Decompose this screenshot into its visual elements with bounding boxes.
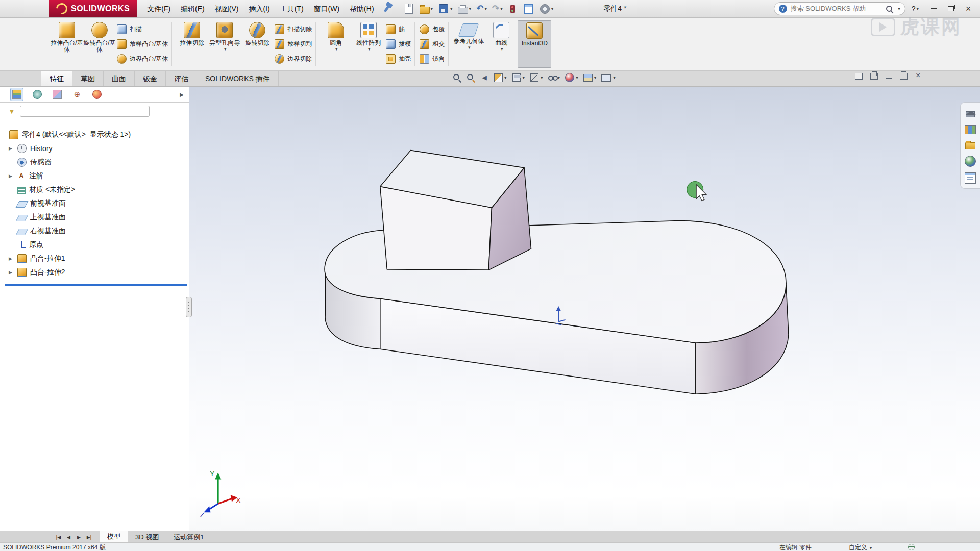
filter-funnel-icon[interactable] bbox=[8, 107, 15, 115]
undo-button[interactable]: ↶ bbox=[475, 3, 488, 15]
tab-sketch[interactable]: 草图 bbox=[72, 71, 104, 86]
custom-dropdown[interactable]: 自定义 bbox=[849, 543, 872, 551]
dropdown-caret[interactable] bbox=[594, 75, 597, 80]
revolve-boss-button[interactable]: 旋转凸台/基体 bbox=[83, 20, 116, 54]
boundary-cut-button[interactable]: 边界切除 bbox=[275, 53, 312, 65]
tab-motion-study[interactable]: 运动算例1 bbox=[166, 532, 211, 543]
tree-filter-input[interactable] bbox=[20, 106, 150, 117]
tree-item-history[interactable]: History bbox=[0, 141, 189, 155]
intersect-button[interactable]: 相交 bbox=[420, 38, 445, 50]
dropdown-caret[interactable] bbox=[335, 46, 338, 52]
menu-insert[interactable]: 插入(I) bbox=[243, 0, 275, 17]
tree-item-boss-extrude1[interactable]: 凸台-拉伸1 bbox=[0, 252, 189, 265]
appearances-icon[interactable] bbox=[965, 156, 976, 167]
extrude-boss-button[interactable]: 拉伸凸台/基体 bbox=[51, 20, 83, 54]
save-button[interactable] bbox=[437, 2, 454, 15]
last-tab-icon[interactable] bbox=[85, 535, 93, 540]
dropdown-caret[interactable] bbox=[898, 6, 900, 11]
options-button[interactable] bbox=[538, 3, 555, 15]
sweep-cut-button[interactable]: 扫描切除 bbox=[275, 23, 312, 35]
dropdown-caret[interactable] bbox=[870, 546, 872, 550]
view-orientation-button[interactable] bbox=[511, 72, 525, 83]
expander-icon[interactable] bbox=[7, 270, 14, 275]
dropdown-caret[interactable] bbox=[551, 6, 554, 11]
doc-window-icon[interactable] bbox=[855, 73, 863, 80]
doc-close-icon[interactable] bbox=[915, 73, 922, 79]
draft-button[interactable]: 拔模 bbox=[386, 38, 411, 50]
help-menu-button[interactable]: ? bbox=[912, 5, 919, 13]
tab-addins[interactable]: SOLIDWORKS 插件 bbox=[197, 71, 279, 86]
tab-display-manager[interactable] bbox=[91, 88, 103, 101]
hole-wizard-button[interactable]: 异型孔向导 bbox=[208, 20, 241, 53]
tree-item-right-plane[interactable]: 右视基准面 bbox=[0, 224, 189, 238]
pin-menu-icon[interactable] bbox=[383, 5, 389, 12]
minimize-button[interactable] bbox=[925, 2, 942, 15]
reference-geometry-button[interactable]: 参考几何体 bbox=[452, 20, 485, 51]
display-style-button[interactable] bbox=[529, 72, 543, 83]
tree-item-sensors[interactable]: 传感器 bbox=[0, 155, 189, 169]
close-button[interactable] bbox=[960, 2, 977, 15]
dropdown-caret[interactable] bbox=[916, 6, 919, 11]
mirror-button[interactable]: 镜向 bbox=[420, 53, 445, 65]
expander-icon[interactable] bbox=[7, 173, 14, 179]
tree-item-origin[interactable]: 原点 bbox=[0, 238, 189, 252]
hide-show-items-button[interactable] bbox=[548, 73, 560, 82]
print-button[interactable] bbox=[457, 3, 473, 15]
tree-item-boss-extrude2[interactable]: 凸台-拉伸2 bbox=[0, 265, 189, 279]
menu-edit[interactable]: 编辑(E) bbox=[176, 0, 210, 17]
edit-appearance-button[interactable] bbox=[565, 72, 578, 83]
rollback-bar[interactable] bbox=[5, 284, 187, 286]
dropdown-caret[interactable] bbox=[368, 46, 371, 52]
linear-pattern-button[interactable]: 线性阵列 bbox=[352, 20, 385, 53]
doc-restore-icon[interactable] bbox=[870, 73, 878, 80]
dropdown-caret[interactable] bbox=[576, 75, 578, 80]
rebuild-button[interactable] bbox=[507, 3, 519, 15]
zoom-fit-button[interactable] bbox=[452, 73, 461, 82]
expander-icon[interactable] bbox=[7, 146, 14, 151]
tab-featuremanager-tree[interactable] bbox=[10, 88, 23, 101]
graphics-viewport[interactable]: Y X Z bbox=[189, 87, 980, 531]
next-tab-icon[interactable] bbox=[75, 535, 83, 540]
expander-icon[interactable] bbox=[7, 256, 14, 261]
menu-view[interactable]: 视图(V) bbox=[210, 0, 244, 17]
panel-expand-chevron-icon[interactable] bbox=[180, 92, 184, 97]
select-list-button[interactable] bbox=[522, 2, 535, 16]
revolve-cut-button[interactable]: 旋转切除 bbox=[241, 20, 274, 47]
tab-dimxpert-manager[interactable] bbox=[71, 88, 83, 101]
shell-button[interactable]: 抽壳 bbox=[386, 53, 411, 65]
section-view-button[interactable] bbox=[494, 73, 507, 83]
dropdown-caret[interactable] bbox=[431, 6, 433, 11]
tab-configuration-manager[interactable] bbox=[51, 88, 63, 101]
tab-surfaces[interactable]: 曲面 bbox=[104, 71, 135, 86]
boundary-boss-button[interactable]: 边界凸台/基体 bbox=[117, 53, 168, 65]
dropdown-caret[interactable] bbox=[523, 75, 525, 80]
tree-item-front-plane[interactable]: 前视基准面 bbox=[0, 196, 189, 210]
new-doc-button[interactable] bbox=[402, 2, 415, 15]
tab-features[interactable]: 特征 bbox=[41, 71, 72, 86]
custom-properties-icon[interactable] bbox=[965, 172, 976, 184]
menu-file[interactable]: 文件(F) bbox=[142, 0, 176, 17]
dropdown-caret[interactable] bbox=[469, 6, 472, 11]
dropdown-caret[interactable] bbox=[468, 45, 471, 50]
instant3d-button[interactable]: Instant3D bbox=[518, 20, 551, 68]
tab-3d-views[interactable]: 3D 视图 bbox=[128, 532, 166, 543]
previous-view-button[interactable] bbox=[480, 73, 489, 82]
dropdown-caret[interactable] bbox=[224, 46, 227, 52]
menu-help[interactable]: 帮助(H) bbox=[345, 0, 379, 17]
doc-minimize-icon[interactable] bbox=[886, 73, 892, 79]
doc-restore2-icon[interactable] bbox=[900, 73, 908, 80]
redo-button[interactable]: ↷ bbox=[491, 3, 504, 15]
panel-splitter-handle[interactable] bbox=[186, 297, 192, 317]
curves-button[interactable]: 曲线 bbox=[485, 20, 518, 53]
sweep-button[interactable]: 扫描 bbox=[117, 23, 168, 35]
dropdown-caret[interactable] bbox=[541, 75, 543, 80]
dropdown-caret[interactable] bbox=[484, 6, 487, 11]
units-globe-icon[interactable] bbox=[908, 544, 915, 550]
fillet-button[interactable]: 圆角 bbox=[320, 20, 352, 53]
dropdown-caret[interactable] bbox=[613, 75, 616, 80]
extrude-cut-button[interactable]: 拉伸切除 bbox=[176, 20, 208, 47]
menu-tools[interactable]: 工具(T) bbox=[275, 0, 309, 17]
search-icon[interactable] bbox=[886, 5, 893, 13]
tree-root-part[interactable]: 零件4 (默认<<默认>_显示状态 1>) bbox=[0, 128, 189, 141]
file-explorer-icon[interactable] bbox=[965, 142, 975, 149]
